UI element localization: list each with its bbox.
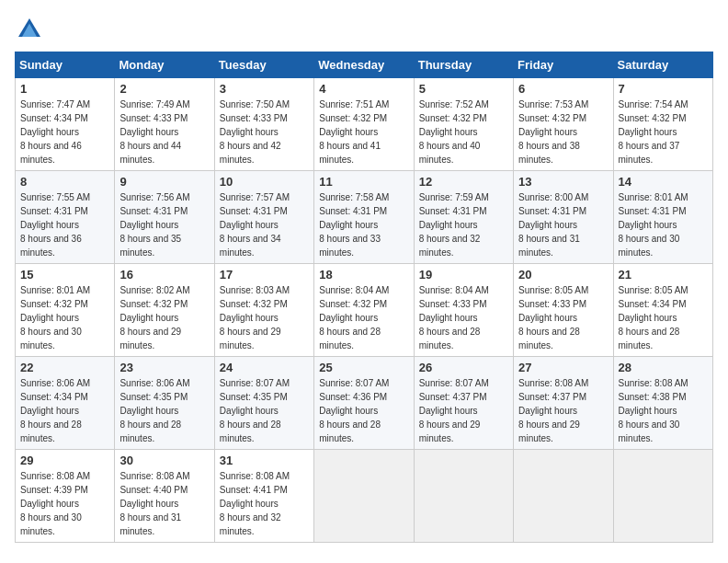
weekday-header: Saturday [613, 52, 712, 78]
day-info: Sunrise: 7:47 AM Sunset: 4:34 PM Dayligh… [20, 98, 109, 167]
calendar-cell: 30 Sunrise: 8:08 AM Sunset: 4:40 PM Dayl… [115, 450, 214, 543]
day-number: 18 [319, 268, 408, 282]
day-number: 19 [419, 268, 508, 282]
calendar-cell: 12 Sunrise: 7:59 AM Sunset: 4:31 PM Dayl… [414, 171, 513, 264]
calendar-cell: 8 Sunrise: 7:55 AM Sunset: 4:31 PM Dayli… [16, 171, 115, 264]
calendar-cell [414, 450, 513, 543]
calendar-cell: 16 Sunrise: 8:02 AM Sunset: 4:32 PM Dayl… [115, 264, 214, 357]
day-number: 22 [20, 361, 109, 374]
calendar-cell: 20 Sunrise: 8:05 AM Sunset: 4:33 PM Dayl… [514, 264, 613, 357]
day-info: Sunrise: 8:04 AM Sunset: 4:33 PM Dayligh… [419, 283, 508, 352]
day-number: 6 [518, 82, 608, 96]
day-info: Sunrise: 7:54 AM Sunset: 4:32 PM Dayligh… [619, 98, 708, 167]
logo-icon [15, 15, 44, 44]
weekday-header: Friday [514, 52, 613, 78]
weekday-header: Wednesday [314, 52, 414, 78]
calendar-cell: 13 Sunrise: 8:00 AM Sunset: 4:31 PM Dayl… [514, 171, 613, 264]
day-number: 23 [119, 361, 209, 374]
day-number: 17 [220, 268, 309, 282]
day-number: 3 [220, 82, 309, 96]
day-info: Sunrise: 8:02 AM Sunset: 4:32 PM Dayligh… [119, 283, 209, 352]
calendar-cell: 5 Sunrise: 7:52 AM Sunset: 4:32 PM Dayli… [414, 78, 513, 171]
calendar-cell: 19 Sunrise: 8:04 AM Sunset: 4:33 PM Dayl… [414, 264, 513, 357]
weekday-header: Monday [115, 52, 214, 78]
day-number: 15 [20, 268, 109, 282]
day-number: 13 [518, 175, 608, 189]
day-number: 8 [20, 175, 109, 189]
day-info: Sunrise: 8:00 AM Sunset: 4:31 PM Dayligh… [518, 190, 608, 259]
calendar-cell: 2 Sunrise: 7:49 AM Sunset: 4:33 PM Dayli… [115, 78, 214, 171]
day-info: Sunrise: 7:50 AM Sunset: 4:33 PM Dayligh… [220, 98, 309, 167]
calendar-cell: 7 Sunrise: 7:54 AM Sunset: 4:32 PM Dayli… [613, 78, 712, 171]
calendar-cell: 10 Sunrise: 7:57 AM Sunset: 4:31 PM Dayl… [214, 171, 313, 264]
day-number: 11 [319, 175, 408, 189]
day-number: 29 [20, 454, 109, 467]
day-info: Sunrise: 8:01 AM Sunset: 4:31 PM Dayligh… [619, 190, 708, 259]
calendar-cell: 3 Sunrise: 7:50 AM Sunset: 4:33 PM Dayli… [214, 78, 313, 171]
day-info: Sunrise: 8:07 AM Sunset: 4:37 PM Dayligh… [419, 376, 508, 445]
day-info: Sunrise: 8:05 AM Sunset: 4:34 PM Dayligh… [619, 283, 708, 352]
calendar-cell: 15 Sunrise: 8:01 AM Sunset: 4:32 PM Dayl… [16, 264, 115, 357]
day-number: 26 [419, 361, 508, 374]
day-info: Sunrise: 7:52 AM Sunset: 4:32 PM Dayligh… [419, 98, 508, 167]
weekday-header: Thursday [414, 52, 513, 78]
calendar-cell: 6 Sunrise: 7:53 AM Sunset: 4:32 PM Dayli… [514, 78, 613, 171]
day-number: 10 [220, 175, 309, 189]
day-info: Sunrise: 8:06 AM Sunset: 4:34 PM Dayligh… [20, 376, 109, 445]
calendar-cell: 18 Sunrise: 8:04 AM Sunset: 4:32 PM Dayl… [314, 264, 414, 357]
day-info: Sunrise: 8:01 AM Sunset: 4:32 PM Dayligh… [20, 283, 109, 352]
logo [15, 15, 48, 44]
day-info: Sunrise: 8:07 AM Sunset: 4:36 PM Dayligh… [319, 376, 408, 445]
calendar-cell: 22 Sunrise: 8:06 AM Sunset: 4:34 PM Dayl… [16, 357, 115, 450]
calendar-cell: 11 Sunrise: 7:58 AM Sunset: 4:31 PM Dayl… [314, 171, 414, 264]
day-number: 12 [419, 175, 508, 189]
day-number: 27 [518, 361, 608, 374]
day-info: Sunrise: 8:03 AM Sunset: 4:32 PM Dayligh… [220, 283, 309, 352]
day-info: Sunrise: 7:55 AM Sunset: 4:31 PM Dayligh… [20, 190, 109, 259]
day-number: 21 [619, 268, 708, 282]
day-number: 7 [619, 82, 708, 96]
calendar-cell: 25 Sunrise: 8:07 AM Sunset: 4:36 PM Dayl… [314, 357, 414, 450]
day-info: Sunrise: 7:53 AM Sunset: 4:32 PM Dayligh… [518, 98, 608, 167]
calendar-cell: 1 Sunrise: 7:47 AM Sunset: 4:34 PM Dayli… [16, 78, 115, 171]
day-info: Sunrise: 7:58 AM Sunset: 4:31 PM Dayligh… [319, 190, 408, 259]
calendar-cell: 28 Sunrise: 8:08 AM Sunset: 4:38 PM Dayl… [613, 357, 712, 450]
calendar-cell: 9 Sunrise: 7:56 AM Sunset: 4:31 PM Dayli… [115, 171, 214, 264]
calendar-cell: 24 Sunrise: 8:07 AM Sunset: 4:35 PM Dayl… [214, 357, 313, 450]
day-info: Sunrise: 8:08 AM Sunset: 4:39 PM Dayligh… [20, 469, 109, 538]
day-number: 31 [220, 454, 309, 467]
day-info: Sunrise: 7:49 AM Sunset: 4:33 PM Dayligh… [119, 98, 209, 167]
day-number: 30 [119, 454, 209, 467]
calendar-cell: 17 Sunrise: 8:03 AM Sunset: 4:32 PM Dayl… [214, 264, 313, 357]
day-info: Sunrise: 7:57 AM Sunset: 4:31 PM Dayligh… [220, 190, 309, 259]
calendar-cell [514, 450, 613, 543]
calendar-cell: 26 Sunrise: 8:07 AM Sunset: 4:37 PM Dayl… [414, 357, 513, 450]
weekday-header: Tuesday [214, 52, 313, 78]
calendar-cell [613, 450, 712, 543]
day-number: 28 [619, 361, 708, 374]
calendar-cell [314, 450, 414, 543]
day-info: Sunrise: 8:08 AM Sunset: 4:41 PM Dayligh… [220, 469, 309, 538]
day-info: Sunrise: 8:08 AM Sunset: 4:38 PM Dayligh… [619, 376, 708, 445]
calendar-cell: 21 Sunrise: 8:05 AM Sunset: 4:34 PM Dayl… [613, 264, 712, 357]
day-info: Sunrise: 8:07 AM Sunset: 4:35 PM Dayligh… [220, 376, 309, 445]
day-info: Sunrise: 7:56 AM Sunset: 4:31 PM Dayligh… [119, 190, 209, 259]
day-number: 1 [20, 82, 109, 96]
calendar-cell: 31 Sunrise: 8:08 AM Sunset: 4:41 PM Dayl… [214, 450, 313, 543]
day-number: 24 [220, 361, 309, 374]
day-number: 14 [619, 175, 708, 189]
day-number: 16 [119, 268, 209, 282]
calendar-cell: 14 Sunrise: 8:01 AM Sunset: 4:31 PM Dayl… [613, 171, 712, 264]
day-info: Sunrise: 8:04 AM Sunset: 4:32 PM Dayligh… [319, 283, 408, 352]
day-info: Sunrise: 8:06 AM Sunset: 4:35 PM Dayligh… [119, 376, 209, 445]
day-number: 4 [319, 82, 408, 96]
day-number: 2 [119, 82, 209, 96]
weekday-header: Sunday [16, 52, 115, 78]
calendar-cell: 4 Sunrise: 7:51 AM Sunset: 4:32 PM Dayli… [314, 78, 414, 171]
calendar-cell: 29 Sunrise: 8:08 AM Sunset: 4:39 PM Dayl… [16, 450, 115, 543]
day-info: Sunrise: 8:05 AM Sunset: 4:33 PM Dayligh… [518, 283, 608, 352]
day-info: Sunrise: 8:08 AM Sunset: 4:40 PM Dayligh… [119, 469, 209, 538]
day-number: 9 [119, 175, 209, 189]
calendar-table: SundayMondayTuesdayWednesdayThursdayFrid… [15, 52, 713, 543]
calendar-cell: 23 Sunrise: 8:06 AM Sunset: 4:35 PM Dayl… [115, 357, 214, 450]
